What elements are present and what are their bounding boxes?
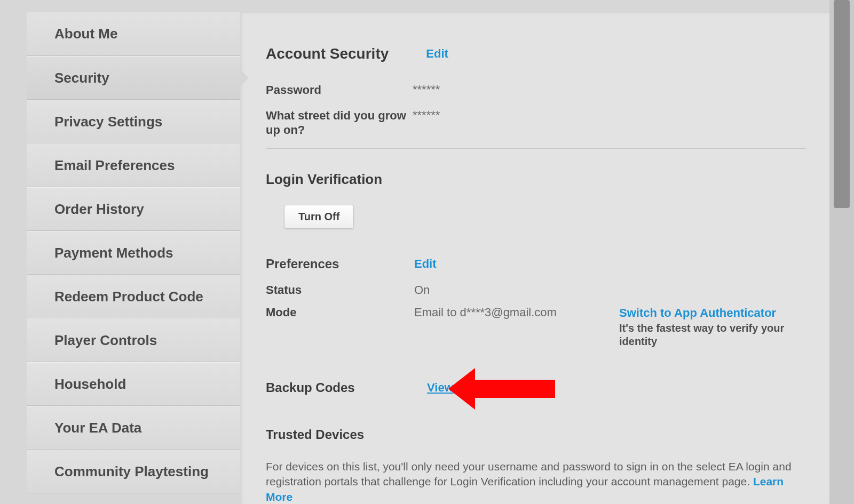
trusted-devices-title: Trusted Devices (266, 427, 806, 442)
mode-label: Mode (266, 306, 414, 319)
status-value: On (414, 283, 606, 297)
page-wrap: About Me Security Privacy Settings Email… (0, 0, 829, 504)
password-label: Password (266, 83, 413, 98)
sidebar-item-about-me[interactable]: About Me (27, 12, 240, 56)
security-question-row: What street did you grow up on? ****** (266, 108, 806, 138)
content-panel: Account Security Edit Password ****** Wh… (240, 13, 829, 504)
trusted-devices-text: For devices on this list, you'll only ne… (266, 459, 806, 504)
sidebar-item-security[interactable]: Security (27, 56, 240, 100)
security-question-label: What street did you grow up on? (266, 108, 413, 138)
switch-authenticator-block: Switch to App Authenticator It's the fas… (619, 306, 806, 349)
switch-authenticator-link[interactable]: Switch to App Authenticator (619, 306, 806, 321)
sidebar-item-label: Privacy Settings (54, 114, 162, 130)
login-verification-title: Login Verification (266, 171, 806, 188)
sidebar-item-email-preferences[interactable]: Email Preferences (27, 143, 240, 187)
sidebar-item-label: Redeem Product Code (54, 289, 203, 305)
account-security-edit-link[interactable]: Edit (426, 47, 448, 61)
sidebar-item-label: Order History (54, 201, 144, 218)
turn-off-button[interactable]: Turn Off (284, 205, 354, 229)
sidebar-item-label: Email Preferences (54, 157, 175, 174)
trusted-devices-body: For devices on this list, you'll only ne… (266, 460, 792, 487)
password-row: Password ****** (266, 83, 806, 98)
status-row: Status On (266, 283, 806, 297)
preferences-block: Preferences Edit Status On Mode Email to… (266, 257, 806, 349)
sidebar-item-household[interactable]: Household (27, 362, 240, 406)
scrollbar-thumb[interactable] (834, 0, 850, 208)
divider (266, 148, 806, 149)
sidebar-item-label: About Me (54, 26, 117, 42)
mode-value: Email to d****3@gmail.com (414, 306, 606, 319)
sidebar-item-community-playtesting[interactable]: Community Playtesting (27, 450, 240, 493)
preferences-edit-link[interactable]: Edit (414, 257, 437, 271)
backup-codes-view-link[interactable]: View (427, 381, 454, 395)
switch-authenticator-hint: It's the fastest way to verify your iden… (619, 322, 806, 348)
backup-codes-row: Backup Codes View (266, 380, 806, 395)
sidebar-item-redeem-product-code[interactable]: Redeem Product Code (27, 275, 240, 318)
sidebar-item-player-controls[interactable]: Player Controls (27, 318, 240, 362)
trusted-devices-block: Trusted Devices For devices on this list… (266, 427, 806, 504)
account-security-title: Account Security (266, 45, 389, 62)
backup-codes-title: Backup Codes (266, 380, 427, 395)
sidebar-item-order-history[interactable]: Order History (27, 187, 240, 231)
password-value: ****** (413, 83, 440, 97)
sidebar-item-label: Player Controls (54, 332, 157, 349)
sidebar-item-your-ea-data[interactable]: Your EA Data (27, 406, 240, 450)
sidebar-item-privacy-settings[interactable]: Privacy Settings (27, 100, 240, 143)
mode-row: Mode Email to d****3@gmail.com Switch to… (266, 306, 806, 349)
security-question-value: ****** (413, 108, 440, 122)
account-security-header: Account Security Edit (266, 45, 806, 62)
sidebar: About Me Security Privacy Settings Email… (27, 0, 240, 504)
sidebar-item-label: Your EA Data (54, 420, 141, 436)
sidebar-item-payment-methods[interactable]: Payment Methods (27, 231, 240, 275)
sidebar-item-label: Household (54, 376, 126, 393)
sidebar-item-label: Payment Methods (54, 245, 173, 261)
left-gutter (0, 0, 27, 504)
sidebar-item-label: Security (54, 70, 109, 86)
status-label: Status (266, 283, 414, 297)
scrollbar-track[interactable] (829, 0, 854, 504)
sidebar-item-label: Community Playtesting (54, 463, 209, 480)
preferences-title: Preferences (266, 257, 414, 271)
